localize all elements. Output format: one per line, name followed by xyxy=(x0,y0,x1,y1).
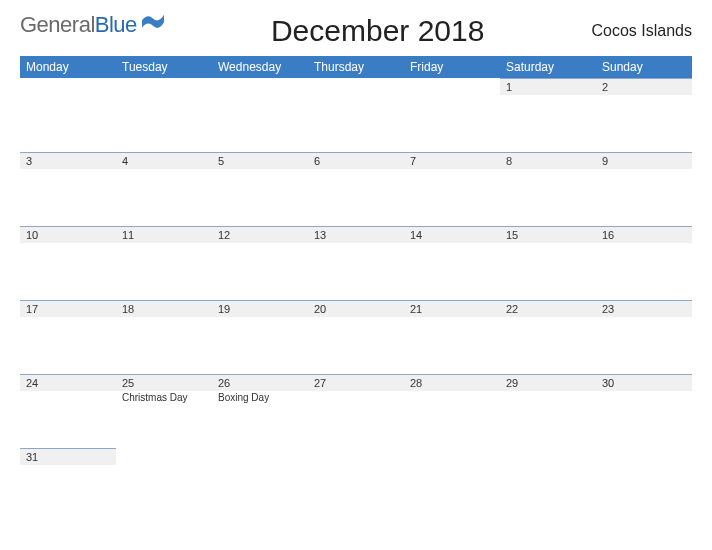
day-header: Thursday xyxy=(308,56,404,78)
calendar-cell: 29 xyxy=(500,374,596,448)
calendar-cell xyxy=(212,78,308,152)
calendar-cell xyxy=(308,78,404,152)
calendar-cell: 20 xyxy=(308,300,404,374)
calendar-cell xyxy=(116,448,212,522)
date-number: 30 xyxy=(596,374,692,391)
region-label: Cocos Islands xyxy=(592,22,693,40)
calendar-cell: 11 xyxy=(116,226,212,300)
calendar-cell: 7 xyxy=(404,152,500,226)
calendar-week: 3456789 xyxy=(20,152,692,226)
day-header: Tuesday xyxy=(116,56,212,78)
date-number: 26 xyxy=(212,374,308,391)
calendar-cell: 10 xyxy=(20,226,116,300)
calendar-body: 1234567891011121314151617181920212223242… xyxy=(20,78,692,522)
day-header: Saturday xyxy=(500,56,596,78)
calendar-cell: 24 xyxy=(20,374,116,448)
calendar-week: 12 xyxy=(20,78,692,152)
header: GeneralBlue December 2018 Cocos Islands xyxy=(20,12,692,48)
calendar-cell: 1 xyxy=(500,78,596,152)
date-number: 5 xyxy=(212,152,308,169)
calendar-cell: 2 xyxy=(596,78,692,152)
date-number: 3 xyxy=(20,152,116,169)
calendar-cell: 30 xyxy=(596,374,692,448)
date-number: 13 xyxy=(308,226,404,243)
calendar-cell: 23 xyxy=(596,300,692,374)
date-number: 10 xyxy=(20,226,116,243)
date-number: 8 xyxy=(500,152,596,169)
date-number: 24 xyxy=(20,374,116,391)
date-number: 18 xyxy=(116,300,212,317)
date-number: 7 xyxy=(404,152,500,169)
date-number: 27 xyxy=(308,374,404,391)
date-number: 2 xyxy=(596,78,692,95)
calendar-cell: 5 xyxy=(212,152,308,226)
calendar-cell xyxy=(20,78,116,152)
date-number xyxy=(20,78,116,95)
day-header: Wednesday xyxy=(212,56,308,78)
date-number: 21 xyxy=(404,300,500,317)
calendar-cell: 8 xyxy=(500,152,596,226)
calendar-cell: 31 xyxy=(20,448,116,522)
calendar-cell: 12 xyxy=(212,226,308,300)
calendar-cell xyxy=(404,78,500,152)
date-number: 20 xyxy=(308,300,404,317)
calendar-cell: 6 xyxy=(308,152,404,226)
calendar: Monday Tuesday Wednesday Thursday Friday… xyxy=(20,56,692,522)
calendar-cell: 22 xyxy=(500,300,596,374)
date-number: 22 xyxy=(500,300,596,317)
date-number: 6 xyxy=(308,152,404,169)
calendar-cell: 15 xyxy=(500,226,596,300)
date-number: 17 xyxy=(20,300,116,317)
calendar-week: 31 xyxy=(20,448,692,522)
holiday-label: Boxing Day xyxy=(212,391,308,403)
logo-text: GeneralBlue xyxy=(20,12,137,38)
day-header: Friday xyxy=(404,56,500,78)
logo-wave-icon xyxy=(142,14,164,34)
calendar-week: 2425Christmas Day26Boxing Day27282930 xyxy=(20,374,692,448)
date-number xyxy=(212,78,308,95)
date-number: 12 xyxy=(212,226,308,243)
date-number: 4 xyxy=(116,152,212,169)
day-header: Monday xyxy=(20,56,116,78)
date-number: 25 xyxy=(116,374,212,391)
date-number xyxy=(500,448,596,465)
calendar-cell: 27 xyxy=(308,374,404,448)
calendar-cell xyxy=(500,448,596,522)
holiday-label: Christmas Day xyxy=(116,391,212,403)
date-number: 23 xyxy=(596,300,692,317)
date-number: 28 xyxy=(404,374,500,391)
calendar-cell: 21 xyxy=(404,300,500,374)
day-header: Sunday xyxy=(596,56,692,78)
date-number xyxy=(116,78,212,95)
calendar-cell: 26Boxing Day xyxy=(212,374,308,448)
date-number xyxy=(404,78,500,95)
date-number xyxy=(596,448,692,465)
calendar-cell: 25Christmas Day xyxy=(116,374,212,448)
calendar-week: 17181920212223 xyxy=(20,300,692,374)
date-number: 9 xyxy=(596,152,692,169)
calendar-cell: 17 xyxy=(20,300,116,374)
page-title: December 2018 xyxy=(164,14,592,48)
calendar-week: 10111213141516 xyxy=(20,226,692,300)
calendar-cell: 18 xyxy=(116,300,212,374)
date-number xyxy=(116,448,212,465)
calendar-cell: 9 xyxy=(596,152,692,226)
calendar-cell: 28 xyxy=(404,374,500,448)
date-number: 14 xyxy=(404,226,500,243)
date-number xyxy=(404,448,500,465)
calendar-cell: 4 xyxy=(116,152,212,226)
date-number: 19 xyxy=(212,300,308,317)
date-number: 1 xyxy=(500,78,596,95)
date-number: 31 xyxy=(20,448,116,465)
day-header-row: Monday Tuesday Wednesday Thursday Friday… xyxy=(20,56,692,78)
logo: GeneralBlue xyxy=(20,12,164,38)
date-number: 15 xyxy=(500,226,596,243)
calendar-cell xyxy=(404,448,500,522)
calendar-cell xyxy=(596,448,692,522)
date-number xyxy=(212,448,308,465)
calendar-cell: 19 xyxy=(212,300,308,374)
calendar-cell: 16 xyxy=(596,226,692,300)
calendar-cell: 3 xyxy=(20,152,116,226)
date-number xyxy=(308,78,404,95)
date-number: 29 xyxy=(500,374,596,391)
